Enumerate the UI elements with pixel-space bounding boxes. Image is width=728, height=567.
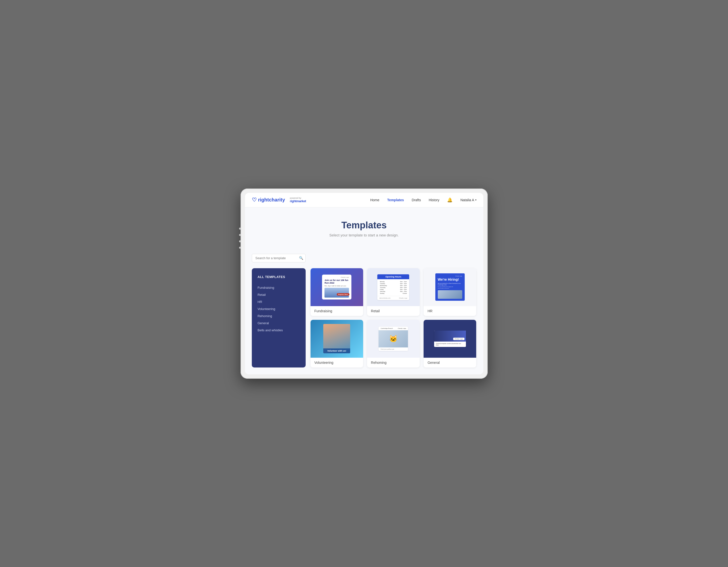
- oh-row-wed: Wednesday 9am – 5pm: [380, 284, 407, 286]
- fun-run-preview: Charity Logo Join us for our 10k fun Run…: [322, 275, 351, 299]
- hero-section: Templates Select your template to start …: [245, 207, 483, 247]
- oh-hours-sun: Closed: [403, 293, 407, 294]
- rehoming-image: 🐱: [379, 330, 408, 347]
- oh-hours-thu: 9am – 5pm: [400, 287, 407, 288]
- powered-by-logo: rightmarket: [290, 199, 306, 203]
- template-label-rehoming: Rehoming: [367, 358, 420, 367]
- oh-hours-fri: 9am – 5pm: [400, 289, 407, 290]
- sidebar-header: ALL TEMPLATES: [258, 275, 300, 279]
- oh-day-wed: Wednesday: [380, 285, 387, 286]
- oh-day-fri: Friday: [380, 289, 383, 290]
- template-card-retail[interactable]: Opening Hours Monday 9am – 5pm Tuesday 9…: [367, 268, 420, 316]
- oh-footer-logo: Charity Logo: [399, 297, 407, 299]
- preview-register-btn: Register Now!: [337, 293, 349, 295]
- thumb-rehoming: Cambridge Branch Charity Logo 🐱 Find you…: [367, 320, 420, 358]
- browser-window: ♡ rightcharity powered by rightmarket Ho…: [245, 193, 483, 374]
- nav-history[interactable]: History: [429, 198, 439, 202]
- oh-footer-left: democharity.com: [379, 297, 390, 299]
- general-logo: Charity Logo: [453, 338, 464, 340]
- scroll-dot-4: [239, 247, 241, 249]
- search-button[interactable]: 🔍: [299, 256, 303, 260]
- oh-row-mon: Monday 9am – 5pm: [380, 281, 407, 283]
- general-body: General template content placeholder tex…: [434, 341, 466, 347]
- thumb-retail: Opening Hours Monday 9am – 5pm Tuesday 9…: [367, 268, 420, 306]
- thumb-hr: Charity Logo We're Hiring! We are lookin…: [424, 268, 476, 306]
- sidebar-item-retail[interactable]: Retail: [258, 291, 300, 298]
- navbar: ♡ rightcharity powered by rightmarket Ho…: [245, 193, 483, 207]
- search-wrap: 🔍: [252, 254, 306, 263]
- hiring-preview: Charity Logo We're Hiring! We are lookin…: [435, 274, 465, 300]
- nav-templates[interactable]: Templates: [387, 198, 404, 202]
- hc-desc: We are looking for a Store Assistant at …: [438, 283, 462, 289]
- template-label-retail: Retail: [367, 306, 420, 316]
- powered-by: powered by rightmarket: [290, 197, 306, 203]
- nav-home[interactable]: Home: [370, 198, 379, 202]
- thumb-fundraising: Charity Logo Join us for our 10k fun Run…: [311, 268, 363, 306]
- scroll-dot-2: [239, 234, 241, 236]
- scroll-dot-1: [239, 228, 241, 230]
- sidebar-item-fundraising[interactable]: Fundraising: [258, 284, 300, 291]
- template-card-general[interactable]: Charity Logo General template content pl…: [424, 320, 476, 367]
- template-grid: Charity Logo Join us for our 10k fun Run…: [311, 268, 476, 367]
- preview-image: [324, 288, 349, 297]
- template-label-fundraising: Fundraising: [311, 306, 363, 316]
- bell-icon[interactable]: 🔔: [447, 197, 452, 203]
- general-top: Charity Logo: [434, 330, 466, 341]
- nav-drafts[interactable]: Drafts: [412, 198, 421, 202]
- sidebar-item-hr[interactable]: HR: [258, 298, 300, 305]
- preview-subtext: Run, Jog or walk its totally up to you: [324, 285, 349, 286]
- oh-hours-wed: 9am – 5pm: [400, 285, 407, 286]
- powered-by-label: powered by: [290, 197, 306, 199]
- rehoming-header: Cambridge Branch Charity Logo: [379, 327, 408, 330]
- template-card-volunteering[interactable]: Volunteer with us! Volunteering: [311, 320, 363, 367]
- oh-day-tue: Tuesday: [380, 283, 385, 284]
- side-buttons: [239, 228, 241, 249]
- template-label-hr: HR: [424, 306, 476, 316]
- user-menu[interactable]: Natalia A ▾: [460, 198, 476, 202]
- oh-day-sat: Saturday: [380, 291, 385, 292]
- sidebar-item-rehoming[interactable]: Rehoming: [258, 312, 300, 319]
- volunteer-label: Volunteer with us!: [323, 348, 350, 353]
- search-input[interactable]: [252, 254, 306, 263]
- sidebar-item-volunteering[interactable]: Volunteering: [258, 305, 300, 312]
- oh-hours-sat: 9am – 5pm: [400, 291, 407, 292]
- sidebar: ALL TEMPLATES Fundraising Retail HR Volu…: [252, 268, 306, 367]
- thumb-general: Charity Logo General template content pl…: [424, 320, 476, 358]
- hero-subtitle: Select your template to start a new desi…: [250, 233, 478, 237]
- main-content: 🔍 ALL TEMPLATES Fundraising Retail HR Vo…: [245, 247, 483, 374]
- rehoming-logo: Charity Logo: [398, 327, 406, 329]
- oh-row-tue: Tuesday 9am – 5pm: [380, 283, 407, 284]
- template-card-fundraising[interactable]: Charity Logo Join us for our 10k fun Run…: [311, 268, 363, 316]
- oh-body: Monday 9am – 5pm Tuesday 9am – 5pm Wedne…: [377, 279, 409, 296]
- hc-logo: Charity Logo: [438, 275, 462, 277]
- oh-row-fri: Friday 9am – 5pm: [380, 288, 407, 290]
- template-card-rehoming[interactable]: Cambridge Branch Charity Logo 🐱 Find you…: [367, 320, 420, 367]
- oh-row-thu: Thursday 9am – 5pm: [380, 286, 407, 288]
- page-title: Templates: [250, 220, 478, 231]
- brand-logo[interactable]: ♡ rightcharity: [252, 197, 285, 203]
- chevron-down-icon: ▾: [475, 199, 476, 201]
- oh-day-sun: Sunday: [380, 293, 384, 294]
- template-card-hr[interactable]: Charity Logo We're Hiring! We are lookin…: [424, 268, 476, 316]
- template-label-volunteering: Volunteering: [311, 358, 363, 367]
- opening-hours-preview: Opening Hours Monday 9am – 5pm Tuesday 9…: [377, 274, 409, 300]
- preview-logo: Charity Logo: [324, 277, 349, 278]
- heart-icon: ♡: [252, 197, 257, 203]
- rehoming-branch: Cambridge Branch: [381, 327, 393, 329]
- search-icon: 🔍: [299, 256, 303, 260]
- oh-hours-mon: 9am – 5pm: [400, 281, 407, 283]
- device-frame: ♡ rightcharity powered by rightmarket Ho…: [241, 189, 488, 379]
- rehoming-preview: Cambridge Branch Charity Logo 🐱 Find you…: [379, 327, 408, 351]
- template-label-general: General: [424, 358, 476, 367]
- brand: ♡ rightcharity powered by rightmarket: [252, 197, 306, 203]
- thumb-volunteering: Volunteer with us!: [311, 320, 363, 358]
- oh-title: Opening Hours: [377, 274, 409, 279]
- oh-day-thu: Thursday: [380, 287, 385, 288]
- preview-headline: Join us for our 10k fun Run 2022: [324, 279, 349, 284]
- brand-name: rightcharity: [258, 197, 285, 203]
- scroll-dot-3: [239, 240, 241, 242]
- content-layout: ALL TEMPLATES Fundraising Retail HR Volu…: [252, 268, 476, 367]
- sidebar-item-bells-whistles[interactable]: Bells and whistles: [258, 327, 300, 334]
- sidebar-item-general[interactable]: General: [258, 319, 300, 327]
- nav-links: Home Templates Drafts History 🔔 Natalia …: [370, 197, 476, 203]
